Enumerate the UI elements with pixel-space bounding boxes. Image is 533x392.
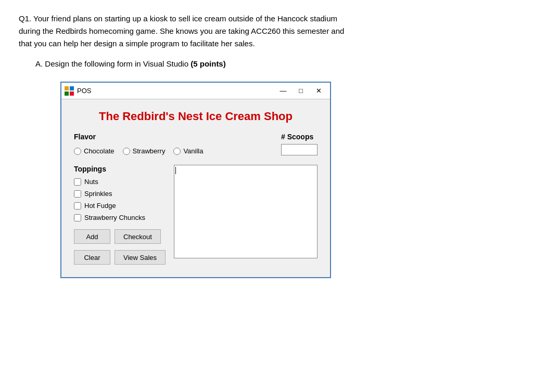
order-listbox[interactable] <box>174 165 318 258</box>
checkbox-hotfudge[interactable]: Hot Fudge <box>74 200 166 211</box>
buttons-row-2: Clear View Sales <box>74 250 166 265</box>
title-bar-left: POS <box>65 86 91 96</box>
svg-rect-1 <box>70 86 74 90</box>
sub-question: A. Design the following form in Visual S… <box>35 59 514 68</box>
checkbox-hotfudge-input[interactable] <box>74 202 81 210</box>
listbox-cursor <box>175 167 176 174</box>
checkbox-sprinkles-input[interactable] <box>74 190 81 198</box>
toppings-section: Toppings Nuts Sprinkles Hot Fudge <box>74 165 166 265</box>
radio-strawberry-input[interactable] <box>123 148 130 155</box>
radio-strawberry[interactable]: Strawberry <box>123 147 166 155</box>
checkbox-nuts-input[interactable] <box>74 178 81 186</box>
toppings-label: Toppings <box>74 165 166 173</box>
checkbox-sprinkles[interactable]: Sprinkles <box>74 188 166 199</box>
svg-rect-0 <box>65 86 69 90</box>
checkbox-strawberry-chuncks-input[interactable] <box>74 214 81 221</box>
main-row: Toppings Nuts Sprinkles Hot Fudge <box>74 165 318 265</box>
scoops-input[interactable] <box>281 144 318 155</box>
close-button[interactable]: ✕ <box>311 86 326 96</box>
radio-chocolate-input[interactable] <box>74 148 81 155</box>
add-button[interactable]: Add <box>74 229 110 244</box>
window: POS — □ ✕ The Redbird's Nest Ice Cream S… <box>60 82 331 278</box>
minimize-button[interactable]: — <box>276 86 290 96</box>
window-wrapper: POS — □ ✕ The Redbird's Nest Ice Cream S… <box>60 82 331 278</box>
shop-title: The Redbird's Nest Ice Cream Shop <box>74 110 318 123</box>
radio-vanilla[interactable]: Vanilla <box>173 147 203 155</box>
app-icon <box>65 86 74 96</box>
radio-vanilla-input[interactable] <box>173 148 181 155</box>
title-bar: POS — □ ✕ <box>61 83 330 99</box>
window-body: The Redbird's Nest Ice Cream Shop Flavor… <box>61 99 330 277</box>
scoops-section: # Scoops <box>281 133 318 155</box>
question-text: Q1. Your friend plans on starting up a k… <box>19 12 487 50</box>
checkbox-nuts[interactable]: Nuts <box>74 176 166 187</box>
flavor-label: Flavor <box>74 133 203 141</box>
maximize-button[interactable]: □ <box>294 86 308 96</box>
question-block: Q1. Your friend plans on starting up a k… <box>19 12 514 68</box>
svg-rect-3 <box>70 92 74 96</box>
svg-rect-2 <box>65 92 69 96</box>
flavor-radio-group: Chocolate Strawberry Vanilla <box>74 147 203 155</box>
buttons-row: Add Checkout <box>74 229 166 244</box>
flavor-left: Flavor Chocolate Strawberry Vanilla <box>74 133 203 155</box>
clear-button[interactable]: Clear <box>74 250 110 265</box>
title-bar-controls: — □ ✕ <box>276 86 326 96</box>
flavor-section: Flavor Chocolate Strawberry Vanilla <box>74 133 318 155</box>
window-title: POS <box>77 87 91 95</box>
checkbox-strawberry-chuncks[interactable]: Strawberry Chuncks <box>74 212 166 223</box>
scoops-label: # Scoops <box>281 133 313 141</box>
view-sales-button[interactable]: View Sales <box>115 250 166 265</box>
radio-chocolate[interactable]: Chocolate <box>74 147 115 155</box>
checkout-button[interactable]: Checkout <box>115 229 161 244</box>
